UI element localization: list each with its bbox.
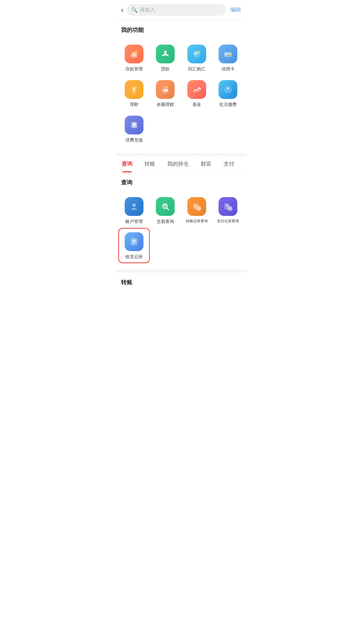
jiaoyichaxun-label: 交易查询 — [157, 219, 174, 225]
svg-text:¥: ¥ — [226, 204, 228, 208]
cunkuan-label: 存款管理 — [125, 66, 143, 72]
back-button[interactable]: ‹ — [121, 6, 123, 14]
svg-text:惠: 惠 — [131, 122, 137, 128]
shenghuo-label: 生活缴费 — [219, 102, 237, 108]
jiaoyichaxun-icon: ¥ — [156, 197, 175, 216]
shenghuo-icon — [219, 80, 237, 99]
huafei-label: 话费充值 — [125, 137, 143, 143]
huafei-icon: 惠 — [125, 116, 143, 134]
zhuanzhangjilu-label: 转账记录查询 — [186, 219, 208, 224]
func-item-shouzhijilu[interactable]: ¥ 收支记录 — [118, 228, 150, 263]
jijin-icon — [187, 80, 206, 99]
func-item-zhanghuguan[interactable]: 账户管理 — [118, 192, 150, 228]
zhuanzhangjilu-icon — [187, 197, 206, 216]
shouzhijilu-icon: ¥ — [125, 232, 143, 251]
svg-rect-13 — [225, 56, 227, 56]
tab-zhifu[interactable]: 支付 — [218, 156, 240, 172]
svg-point-17 — [166, 86, 168, 89]
jiehui-icon: ¥ $ — [187, 45, 206, 63]
licai-label: 理财 — [130, 102, 138, 108]
func-item-daikuan[interactable]: 贷 贷款 — [150, 40, 181, 75]
query-grid: 账户管理 ¥ 交易查询 — [116, 189, 246, 265]
divider-1 — [116, 153, 246, 156]
search-icon: 🔍 — [131, 7, 138, 13]
daikuan-icon: 贷 — [156, 45, 175, 63]
cunkuan-icon: 存 ¥ — [125, 45, 143, 63]
func-item-yuelicai[interactable]: 余额 余额理财 — [150, 75, 181, 111]
zhanghuguan-icon — [125, 197, 143, 216]
search-placeholder: 请输入 — [140, 7, 155, 13]
tabs-bar: 查询 转账 我的持仓 财富 支付 … — [116, 156, 246, 173]
zhanghuguan-label: 账户管理 — [125, 219, 143, 225]
xinyongka-label: 信用卡 — [222, 66, 235, 72]
func-item-licai[interactable]: ¥ 理财 — [118, 75, 150, 111]
tab-wodechicanng[interactable]: 我的持仓 — [161, 156, 195, 172]
svg-text:$: $ — [198, 50, 200, 54]
yuelicai-icon: 余额 — [156, 80, 175, 99]
svg-text:贷: 贷 — [164, 51, 167, 54]
func-item-jijin[interactable]: 基金 — [181, 75, 213, 111]
jiehui-label: 结汇购汇 — [188, 66, 205, 72]
svg-line-23 — [167, 208, 169, 210]
func-item-jiaoyichaxun[interactable]: ¥ 交易查询 — [150, 192, 181, 228]
svg-rect-10 — [224, 53, 232, 55]
search-bar[interactable]: 🔍 请输入 — [127, 4, 226, 16]
zhifujilu-icon: ¥ — [219, 197, 237, 216]
edit-button[interactable]: 编辑 — [230, 6, 241, 13]
tab-zhuanzhang[interactable]: 转账 — [138, 156, 161, 172]
my-functions-grid: 存 ¥ 存款管理 贷 贷款 — [116, 37, 246, 148]
svg-text:¥: ¥ — [194, 51, 197, 56]
query-section: 查询 账户管理 ¥ 交易查询 — [116, 173, 246, 268]
func-item-huafei[interactable]: 惠 话费充值 — [118, 111, 150, 147]
func-item-jiehui[interactable]: ¥ $ 结汇购汇 — [181, 40, 213, 75]
jijin-label: 基金 — [192, 102, 201, 108]
tab-caifu[interactable]: 财富 — [195, 156, 218, 172]
query-section-title: 查询 — [116, 173, 246, 189]
func-item-shenghuo[interactable]: 生活缴费 — [213, 75, 244, 111]
svg-point-12 — [229, 55, 230, 56]
transfer-section-title: 转账 — [116, 273, 246, 289]
daikuan-label: 贷款 — [161, 66, 170, 72]
xinyongka-icon — [219, 45, 237, 63]
func-item-xinyongka[interactable]: 信用卡 — [213, 40, 244, 75]
func-item-cunkuan[interactable]: 存 ¥ 存款管理 — [118, 40, 150, 75]
zhifujilu-label: 支付记录查询 — [217, 219, 239, 224]
my-functions-title: 我的功能 — [116, 20, 246, 37]
tab-more[interactable]: … — [240, 156, 246, 172]
svg-text:¥: ¥ — [133, 238, 135, 241]
header: ‹ 🔍 请输入 编辑 — [116, 0, 246, 20]
svg-text:¥: ¥ — [135, 51, 137, 54]
func-item-zhifujilu[interactable]: ¥ 支付记录查询 — [213, 192, 244, 228]
svg-text:余额: 余额 — [162, 89, 169, 92]
func-item-zhuanzhangjilu[interactable]: 转账记录查询 — [181, 192, 213, 228]
my-functions-section: 我的功能 存 ¥ 存款管理 贷 — [116, 20, 246, 151]
svg-text:¥: ¥ — [164, 204, 166, 208]
yuelicai-label: 余额理财 — [157, 102, 174, 108]
licai-icon: ¥ — [125, 80, 143, 99]
shouzhijilu-label: 收支记录 — [125, 254, 143, 260]
svg-point-15 — [134, 86, 137, 89]
transfer-section: 转账 — [116, 273, 246, 289]
tab-chaxun[interactable]: 查询 — [116, 156, 138, 172]
svg-point-21 — [132, 203, 136, 207]
divider-2 — [116, 270, 246, 273]
